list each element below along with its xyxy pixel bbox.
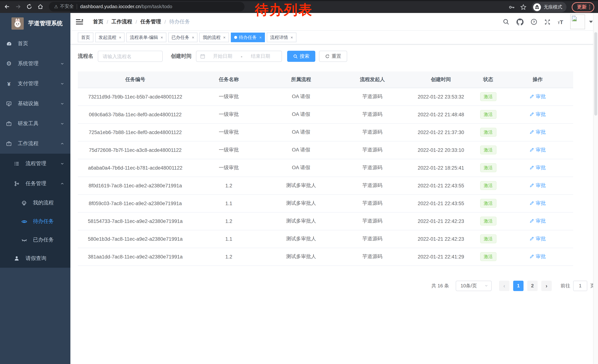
github-icon[interactable]	[517, 18, 524, 25]
chrome-menu-icon[interactable]	[589, 5, 590, 9]
close-icon[interactable]: ×	[259, 35, 262, 40]
scrollbar-thumb[interactable]	[594, 32, 597, 115]
tab-start-process[interactable]: 发起流程×	[95, 32, 125, 42]
close-icon[interactable]: ×	[223, 35, 226, 40]
cell-task-id: a6aba0a4-7b6d-11ec-b781-acde48001122	[78, 159, 193, 177]
status-badge: 激活	[480, 181, 496, 190]
cell-starter: 芋道源码	[337, 105, 407, 123]
sidebar-item-payment[interactable]: ¥ 支付管理	[0, 74, 70, 94]
app-logo-row[interactable]: 芋道管理系统	[0, 13, 70, 34]
workflow-submenu: 流程管理 任务管理 我的流程	[0, 154, 70, 268]
scrollbar-track[interactable]	[593, 13, 598, 364]
cell-task-id: 8f059c03-7ac8-11ec-a9e2-a2380e71991a	[78, 194, 193, 212]
process-name-input[interactable]	[98, 51, 163, 62]
next-page-button[interactable]: ›	[541, 281, 552, 291]
home-icon[interactable]	[37, 3, 43, 10]
approve-link[interactable]: 审批	[530, 111, 546, 118]
sidebar-collapse-icon[interactable]	[76, 19, 83, 25]
sidebar-item-infrastructure[interactable]: 基础设施	[0, 94, 70, 114]
table-row: 75d72608-7b7f-11ec-a3c8-acde48001122一级审批…	[78, 141, 573, 159]
edit-pencil-icon	[530, 94, 534, 99]
reload-icon[interactable]	[26, 3, 32, 10]
chrome-update-button[interactable]: 更新	[572, 2, 594, 12]
approve-link[interactable]: 审批	[530, 235, 546, 242]
help-icon[interactable]: ?	[531, 18, 537, 25]
cell-process: 测试多审批人	[265, 230, 337, 248]
search-icon	[293, 54, 298, 59]
chevron-down-icon	[60, 81, 65, 86]
avatar-dropdown-caret[interactable]	[589, 21, 593, 23]
tab-todo-tasks[interactable]: 待办任务×	[231, 32, 265, 42]
sidebar-item-system[interactable]: ⚙ 系统管理	[0, 54, 70, 74]
tab-process-detail[interactable]: 流程详情×	[267, 32, 296, 42]
sidebar-item-task-mgmt[interactable]: 任务管理	[0, 174, 70, 194]
user-icon	[13, 256, 20, 261]
bookmark-star-icon[interactable]	[520, 4, 527, 10]
tab-my-process[interactable]: 我的流程×	[199, 32, 229, 42]
close-icon[interactable]: ×	[192, 35, 194, 40]
close-icon[interactable]: ×	[291, 35, 293, 40]
sidebar-item-home[interactable]: 首页	[0, 34, 70, 54]
approve-link[interactable]: 审批	[530, 93, 546, 100]
font-size-icon[interactable]: TT	[558, 19, 563, 25]
address-bar[interactable]: ⚠ 不安全 dashboard.yudao.iocoder.cn/bpm/tas…	[49, 2, 245, 11]
yen-icon: ¥	[6, 81, 12, 87]
avatar[interactable]	[570, 15, 585, 29]
approve-link[interactable]: 审批	[530, 164, 546, 171]
page-size-select[interactable]: 10条/页	[456, 281, 492, 291]
list-icon	[13, 161, 20, 167]
sidebar-item-leave-query[interactable]: 请假查询	[0, 249, 70, 268]
goto-page-input[interactable]	[573, 281, 587, 291]
approve-link[interactable]: 审批	[530, 200, 546, 207]
sidebar-item-my-process[interactable]: 我的流程	[0, 194, 70, 212]
table-row: 73211d9d-7b9b-11ec-b5b7-acde48001122一级审批…	[78, 88, 573, 105]
fullscreen-icon[interactable]	[544, 19, 551, 25]
cell-task-id: 069c6a63-7b8a-11ec-8ef0-acde48001122	[78, 105, 193, 123]
sidebar-item-todo-tasks[interactable]: 待办任务	[0, 212, 70, 231]
sidebar-item-dev-tools[interactable]: 研发工具	[0, 114, 70, 134]
approve-link[interactable]: 审批	[530, 182, 546, 189]
approve-link[interactable]: 审批	[530, 147, 546, 153]
not-secure-label: 不安全	[60, 3, 74, 10]
table-row: 8f0d1619-7ac8-11ec-a9e2-a2380e71991a1.2测…	[78, 177, 573, 194]
end-date-placeholder: 结束日期	[243, 53, 278, 60]
prev-page-button[interactable]: ‹	[499, 281, 509, 291]
search-button[interactable]: 搜索	[287, 51, 315, 62]
breadcrumb-home[interactable]: 首页	[93, 18, 103, 25]
close-icon[interactable]: ×	[161, 35, 163, 40]
status-badge: 激活	[480, 163, 496, 172]
cell-create-time: 2022-01-22 18:25:41	[407, 159, 474, 177]
process-name-label: 流程名	[78, 53, 93, 60]
page-button-1[interactable]: 1	[513, 281, 523, 291]
cell-starter: 芋道源码	[337, 248, 407, 266]
approve-link[interactable]: 审批	[530, 129, 546, 136]
key-icon[interactable]	[509, 4, 515, 10]
reset-button[interactable]: 重置	[319, 51, 347, 62]
approve-link[interactable]: 审批	[530, 253, 546, 260]
robot-icon	[21, 200, 27, 206]
pagination-total: 共 16 条	[432, 282, 449, 289]
page-button-2[interactable]: 2	[527, 281, 538, 291]
breadcrumb-task-mgmt[interactable]: 任务管理	[141, 18, 161, 25]
breadcrumb-workflow[interactable]: 工作流程	[112, 18, 132, 25]
cell-task-name: 一级审批	[193, 123, 265, 141]
status-badge: 激活	[480, 235, 496, 243]
close-icon[interactable]: ×	[119, 35, 121, 40]
sidebar-item-done-tasks[interactable]: 已办任务	[0, 231, 70, 249]
cell-process: 测试多审批人	[265, 248, 337, 266]
briefcase-icon	[6, 141, 12, 147]
toolbox-icon	[6, 121, 12, 127]
sidebar-item-process-mgmt[interactable]: 流程管理	[0, 154, 70, 174]
back-icon[interactable]	[4, 3, 10, 10]
approve-link[interactable]: 审批	[530, 218, 546, 224]
sidebar-item-label: 支付管理	[18, 80, 39, 87]
search-icon[interactable]	[503, 18, 510, 25]
tab-form-edit[interactable]: 流程表单-编辑×	[126, 32, 166, 42]
cell-starter: 芋道源码	[337, 88, 407, 105]
sidebar-item-workflow[interactable]: 工作流程	[0, 134, 70, 154]
tab-home[interactable]: 首页	[78, 32, 93, 42]
forward-icon[interactable]	[15, 3, 21, 10]
date-range-picker[interactable]: 开始日期 - 结束日期	[196, 51, 282, 62]
tab-done-tasks[interactable]: 已办任务×	[168, 32, 198, 42]
cell-starter: 芋道源码	[337, 177, 407, 194]
